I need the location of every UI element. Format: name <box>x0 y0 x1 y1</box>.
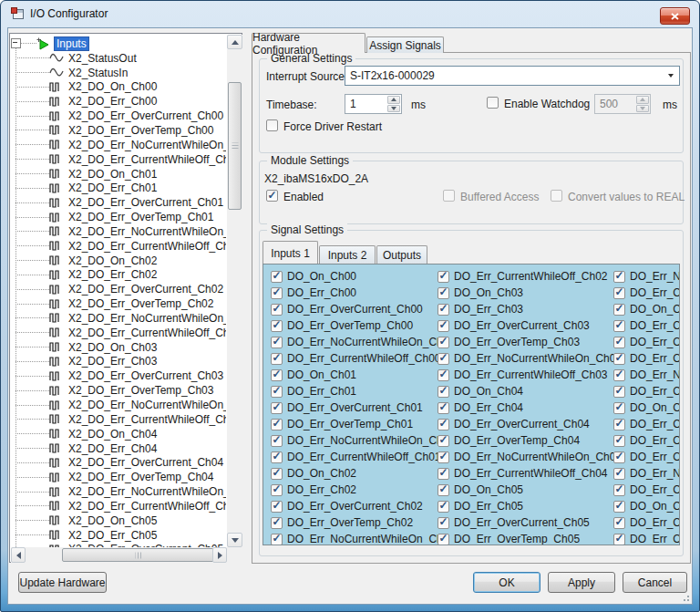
tree-item[interactable]: X2_DO_Err_Ch03 <box>11 355 226 369</box>
interrupt-source-combobox[interactable]: S-IT2x16-000029 <box>345 66 680 86</box>
tree-item[interactable]: X2_DO_Err_OverTemp_Ch01 <box>11 210 226 224</box>
signal-checkbox-item[interactable]: ✓DO_Err_NoCurrentWhileOn_Ch06 <box>613 367 680 383</box>
signal-checkbox-item[interactable]: ✓DO_Err_OverCurrent_Ch02 <box>271 498 438 514</box>
signal-checkbox[interactable]: ✓ <box>438 419 449 430</box>
signal-checkbox-item[interactable]: ✓DO_Err_Ch01 <box>271 383 438 399</box>
signal-checkbox[interactable]: ✓ <box>438 337 449 348</box>
signal-checkbox-item[interactable]: ✓DO_Err_NoCurrentWhileOn_Ch00 <box>271 334 438 350</box>
chevron-down-icon[interactable] <box>663 74 679 78</box>
tree-collapse-icon[interactable] <box>11 38 21 48</box>
tree-item[interactable]: X2_DO_Err_NoCurrentWhileOn_Ch02 <box>11 311 226 326</box>
signal-checkbox-item[interactable]: ✓DO_Err_OverTemp_Ch00 <box>271 317 438 334</box>
signal-checkbox[interactable]: ✓ <box>271 468 283 480</box>
signal-checkbox[interactable]: ✓ <box>271 435 283 447</box>
signal-checkbox[interactable]: ✓ <box>271 534 283 545</box>
tree-item[interactable]: X2_DO_Err_OverCurrent_Ch01 <box>11 195 226 210</box>
signal-checkbox-item[interactable]: ✓DO_Err_OverCurrent_Ch06 <box>613 334 680 350</box>
signal-checkbox-item[interactable]: ✓DO_Err_NoCurrentWhileOn_Ch04 <box>438 449 613 465</box>
spin-down-icon[interactable] <box>387 105 400 113</box>
signal-checkbox-item[interactable]: ✓DO_Err_OverCurrent_Ch07 <box>613 432 680 449</box>
tree-item[interactable]: X2_DO_On_Ch05 <box>11 513 226 528</box>
enable-watchdog-checkbox[interactable] <box>487 97 499 109</box>
signal-checkbox[interactable]: ✓ <box>438 369 449 381</box>
signal-checkbox[interactable]: ✓ <box>613 353 625 365</box>
tree-item[interactable]: X2_DO_On_Ch01 <box>11 167 226 182</box>
signal-checkbox[interactable]: ✓ <box>271 337 283 348</box>
signal-checkbox[interactable]: ✓ <box>438 353 449 365</box>
scroll-up-arrow[interactable] <box>227 35 242 49</box>
signal-checkbox[interactable]: ✓ <box>271 353 283 365</box>
signal-checkbox[interactable]: ✓ <box>438 435 449 447</box>
signal-checkbox[interactable]: ✓ <box>438 320 449 332</box>
signal-checkbox[interactable]: ✓ <box>438 468 449 480</box>
signal-checkbox-item[interactable]: ✓DO_Err_CurrentWhileOff_Ch02 <box>438 268 613 285</box>
signal-checkbox-item[interactable]: ✓DO_Err_OverTemp_Ch07 <box>613 449 680 465</box>
signal-checkbox-item[interactable]: ✓DO_On_Ch02 <box>271 465 438 482</box>
tree-item[interactable]: X2_DO_Err_OverTemp_Ch04 <box>11 470 226 484</box>
signal-checkbox[interactable]: ✓ <box>271 304 283 316</box>
signal-checkbox[interactable]: ✓ <box>438 304 449 316</box>
tree-item[interactable]: X2_DO_On_Ch04 <box>11 427 226 441</box>
signal-checkbox-item[interactable]: ✓DO_Err_NoCurrentWhileOn_Ch03 <box>438 350 613 367</box>
signal-checkbox-item[interactable]: ✓DO_Err_NoCurrentWhileOn_Ch07 <box>613 465 680 482</box>
tree-horizontal-scrollbar[interactable] <box>11 547 227 563</box>
update-hardware-button[interactable]: Update Hardware <box>18 572 107 593</box>
signal-checkbox-item[interactable]: ✓DO_Err_Ch02 <box>271 482 438 498</box>
signal-checkbox-item[interactable]: ✓DO_Err_Ch04 <box>438 399 613 416</box>
signal-checkbox-item[interactable]: ✓DO_Err_Ch08 <box>613 514 680 531</box>
signal-checkbox-item[interactable]: ✓DO_Err_CurrentWhileOff_Ch06 <box>613 383 680 399</box>
signal-checkbox[interactable]: ✓ <box>438 534 449 545</box>
tree-item[interactable]: X2_DO_Err_NoCurrentWhileOn_Ch03 <box>11 398 226 412</box>
force-driver-restart-checkbox[interactable] <box>266 119 278 131</box>
scroll-thumb[interactable] <box>62 548 215 562</box>
signal-checkbox[interactable]: ✓ <box>613 451 625 463</box>
title-bar[interactable]: I/O Configurator <box>0 0 700 27</box>
tree-item[interactable]: X2_DO_Err_Ch04 <box>11 441 226 456</box>
tab-assign-signals[interactable]: Assign Signals <box>366 36 444 53</box>
tab-hardware-configuration[interactable]: Hardware Configuration <box>252 33 365 53</box>
signal-checkbox-item[interactable]: ✓DO_Err_Ch00 <box>271 285 438 301</box>
ok-button[interactable]: OK <box>473 572 540 593</box>
tab-inputs-1[interactable]: Inputs 1 <box>262 241 318 265</box>
signal-checkbox[interactable]: ✓ <box>271 419 283 430</box>
signal-checkbox-item[interactable]: ✓DO_On_Ch08 <box>613 498 680 514</box>
close-button[interactable] <box>660 7 690 25</box>
signal-checkbox[interactable]: ✓ <box>438 501 449 513</box>
scroll-right-arrow[interactable] <box>212 547 227 563</box>
tree-item[interactable]: X2_DO_Err_Ch01 <box>11 181 226 195</box>
tree-item[interactable]: X2_StatusOut <box>11 51 226 66</box>
signal-checkbox-item[interactable]: ✓DO_On_Ch04 <box>438 383 613 399</box>
tree-item[interactable]: X2_DO_Err_NoCurrentWhileOn_Ch00 <box>11 138 226 152</box>
signal-checkbox-item[interactable]: ✓DO_Err_CurrentWhileOff_Ch05 <box>613 285 680 301</box>
signal-checkbox-item[interactable]: ✓DO_Err_OverCurrent_Ch05 <box>438 514 613 531</box>
apply-button[interactable]: Apply <box>548 572 615 593</box>
tree-item[interactable]: X2_DO_Err_Ch00 <box>11 94 226 109</box>
signal-checkbox[interactable]: ✓ <box>613 419 625 430</box>
signal-checkbox[interactable]: ✓ <box>613 501 625 513</box>
signal-checkbox-item[interactable]: ✓DO_Err_OverTemp_Ch03 <box>438 334 613 350</box>
signal-checkbox[interactable]: ✓ <box>271 386 283 398</box>
cancel-button[interactable]: Cancel <box>623 572 687 593</box>
signal-checkbox[interactable]: ✓ <box>438 451 449 463</box>
signal-checkbox[interactable]: ✓ <box>438 402 449 414</box>
signal-checkbox-item[interactable]: ✓DO_Err_CurrentWhileOff_Ch07 <box>613 482 680 498</box>
tree-item[interactable]: X2_DO_Err_OverCurrent_Ch04 <box>11 455 226 470</box>
signal-checkbox-item[interactable]: ✓DO_Err_OverTemp_Ch05 <box>438 531 613 545</box>
signal-checkbox-item[interactable]: ✓DO_Err_CurrentWhileOff_Ch00 <box>271 350 438 367</box>
signal-checkbox[interactable]: ✓ <box>613 271 625 283</box>
tree-item[interactable]: X2_DO_Err_CurrentWhileOff_Ch03 <box>11 412 226 427</box>
signal-checkbox-item[interactable]: ✓DO_Err_OverCurrent_Ch03 <box>438 317 613 334</box>
tree-item[interactable]: X2_DO_Err_OverTemp_Ch03 <box>11 383 226 398</box>
signal-checkbox[interactable]: ✓ <box>438 287 449 299</box>
signal-checkbox-item[interactable]: ✓DO_Err_CurrentWhileOff_Ch04 <box>438 465 613 482</box>
signal-checkbox-item[interactable]: ✓DO_Err_Ch06 <box>613 317 680 334</box>
resize-grip[interactable] <box>681 593 690 602</box>
scroll-thumb[interactable] <box>228 82 242 210</box>
scroll-left-arrow[interactable] <box>11 547 26 563</box>
signal-checkbox-item[interactable]: ✓DO_Err_OverCurrent_Ch08 <box>613 531 680 545</box>
signal-checkbox-item[interactable]: ✓DO_Err_OverCurrent_Ch01 <box>271 399 438 416</box>
signal-checkbox[interactable]: ✓ <box>613 534 625 545</box>
signal-checkbox[interactable]: ✓ <box>613 435 625 447</box>
tree-item[interactable]: X2_DO_Err_Ch02 <box>11 268 226 283</box>
signal-checkbox-item[interactable]: ✓DO_On_Ch07 <box>613 399 680 416</box>
